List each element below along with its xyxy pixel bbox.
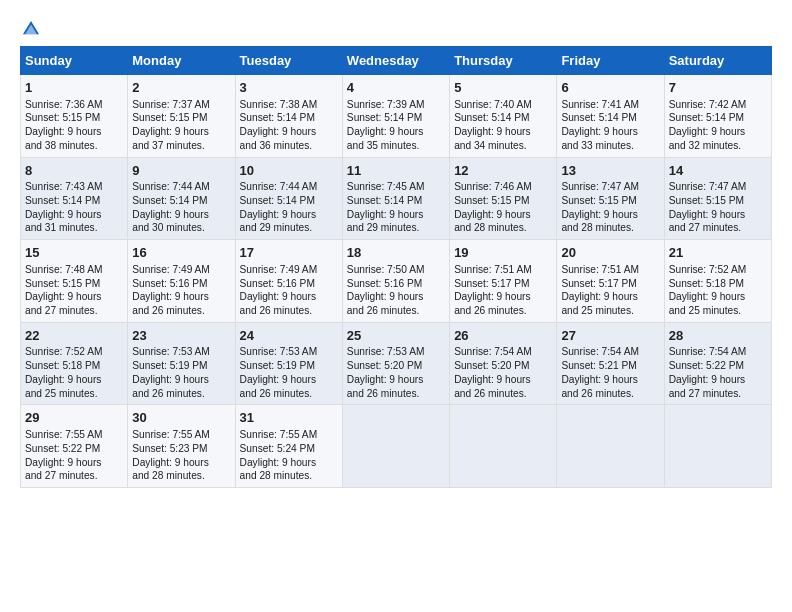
calendar-cell — [557, 405, 664, 488]
day-info-line: and 28 minutes. — [454, 221, 552, 235]
day-info-line: Sunrise: 7:52 AM — [25, 345, 123, 359]
day-info-line: Sunset: 5:18 PM — [669, 277, 767, 291]
day-number: 6 — [561, 79, 659, 97]
calendar-cell: 19Sunrise: 7:51 AMSunset: 5:17 PMDayligh… — [450, 240, 557, 323]
day-info-line: Daylight: 9 hours — [561, 290, 659, 304]
day-info-line: and 26 minutes. — [132, 387, 230, 401]
calendar-cell — [664, 405, 771, 488]
calendar-cell: 12Sunrise: 7:46 AMSunset: 5:15 PMDayligh… — [450, 157, 557, 240]
day-header-saturday: Saturday — [664, 47, 771, 75]
day-number: 9 — [132, 162, 230, 180]
day-info-line: Sunset: 5:14 PM — [25, 194, 123, 208]
day-info-line: Sunset: 5:18 PM — [25, 359, 123, 373]
calendar-cell — [450, 405, 557, 488]
calendar-cell: 24Sunrise: 7:53 AMSunset: 5:19 PMDayligh… — [235, 322, 342, 405]
day-info-line: Sunset: 5:19 PM — [240, 359, 338, 373]
day-info-line: Daylight: 9 hours — [454, 373, 552, 387]
day-number: 11 — [347, 162, 445, 180]
day-info-line: Daylight: 9 hours — [240, 456, 338, 470]
day-info-line: Daylight: 9 hours — [669, 290, 767, 304]
day-info-line: Sunrise: 7:45 AM — [347, 180, 445, 194]
day-info-line: Sunset: 5:14 PM — [240, 111, 338, 125]
day-info-line: Sunrise: 7:53 AM — [240, 345, 338, 359]
day-info-line: Daylight: 9 hours — [132, 208, 230, 222]
day-info-line: Sunset: 5:21 PM — [561, 359, 659, 373]
day-info-line: and 25 minutes. — [561, 304, 659, 318]
day-info-line: Sunset: 5:22 PM — [25, 442, 123, 456]
header — [20, 18, 772, 40]
day-info-line: and 27 minutes. — [25, 304, 123, 318]
day-info-line: Sunrise: 7:37 AM — [132, 98, 230, 112]
day-number: 12 — [454, 162, 552, 180]
page-container: SundayMondayTuesdayWednesdayThursdayFrid… — [0, 0, 792, 498]
day-info-line: Sunrise: 7:52 AM — [669, 263, 767, 277]
day-header-friday: Friday — [557, 47, 664, 75]
day-info-line: Sunrise: 7:54 AM — [669, 345, 767, 359]
day-number: 18 — [347, 244, 445, 262]
day-info-line: and 28 minutes. — [240, 469, 338, 483]
day-info-line: Sunrise: 7:50 AM — [347, 263, 445, 277]
calendar-cell: 17Sunrise: 7:49 AMSunset: 5:16 PMDayligh… — [235, 240, 342, 323]
day-info-line: Sunset: 5:17 PM — [454, 277, 552, 291]
day-info-line: Daylight: 9 hours — [669, 208, 767, 222]
day-number: 1 — [25, 79, 123, 97]
day-info-line: Sunset: 5:16 PM — [132, 277, 230, 291]
calendar-header-row: SundayMondayTuesdayWednesdayThursdayFrid… — [21, 47, 772, 75]
day-number: 3 — [240, 79, 338, 97]
day-number: 15 — [25, 244, 123, 262]
calendar-cell: 21Sunrise: 7:52 AMSunset: 5:18 PMDayligh… — [664, 240, 771, 323]
calendar-cell: 2Sunrise: 7:37 AMSunset: 5:15 PMDaylight… — [128, 75, 235, 158]
day-info-line: Daylight: 9 hours — [561, 125, 659, 139]
calendar-cell: 30Sunrise: 7:55 AMSunset: 5:23 PMDayligh… — [128, 405, 235, 488]
day-info-line: Sunrise: 7:53 AM — [132, 345, 230, 359]
day-number: 29 — [25, 409, 123, 427]
day-info-line: Sunrise: 7:44 AM — [132, 180, 230, 194]
day-info-line: and 25 minutes. — [25, 387, 123, 401]
day-number: 25 — [347, 327, 445, 345]
day-info-line: Sunrise: 7:55 AM — [240, 428, 338, 442]
day-info-line: Sunset: 5:14 PM — [669, 111, 767, 125]
day-info-line: and 26 minutes. — [132, 304, 230, 318]
day-info-line: Sunset: 5:19 PM — [132, 359, 230, 373]
day-info-line: Sunset: 5:20 PM — [347, 359, 445, 373]
day-number: 24 — [240, 327, 338, 345]
day-info-line: Sunrise: 7:46 AM — [454, 180, 552, 194]
day-number: 2 — [132, 79, 230, 97]
day-info-line: Sunset: 5:23 PM — [132, 442, 230, 456]
day-info-line: Daylight: 9 hours — [132, 125, 230, 139]
day-info-line: and 26 minutes. — [454, 304, 552, 318]
day-info-line: and 27 minutes. — [669, 387, 767, 401]
day-info-line: and 27 minutes. — [25, 469, 123, 483]
calendar-cell: 28Sunrise: 7:54 AMSunset: 5:22 PMDayligh… — [664, 322, 771, 405]
day-info-line: Sunrise: 7:47 AM — [561, 180, 659, 194]
calendar-cell: 7Sunrise: 7:42 AMSunset: 5:14 PMDaylight… — [664, 75, 771, 158]
day-info-line: Sunset: 5:15 PM — [132, 111, 230, 125]
day-info-line: Sunset: 5:14 PM — [240, 194, 338, 208]
calendar-week-4: 22Sunrise: 7:52 AMSunset: 5:18 PMDayligh… — [21, 322, 772, 405]
calendar-cell: 11Sunrise: 7:45 AMSunset: 5:14 PMDayligh… — [342, 157, 449, 240]
day-info-line: Sunrise: 7:36 AM — [25, 98, 123, 112]
calendar-week-5: 29Sunrise: 7:55 AMSunset: 5:22 PMDayligh… — [21, 405, 772, 488]
day-info-line: Sunrise: 7:55 AM — [132, 428, 230, 442]
day-info-line: and 26 minutes. — [240, 304, 338, 318]
day-info-line: and 26 minutes. — [240, 387, 338, 401]
calendar-cell: 22Sunrise: 7:52 AMSunset: 5:18 PMDayligh… — [21, 322, 128, 405]
day-info-line: Sunset: 5:22 PM — [669, 359, 767, 373]
day-info-line: and 26 minutes. — [561, 387, 659, 401]
day-info-line: and 30 minutes. — [132, 221, 230, 235]
calendar-cell: 23Sunrise: 7:53 AMSunset: 5:19 PMDayligh… — [128, 322, 235, 405]
calendar-cell: 3Sunrise: 7:38 AMSunset: 5:14 PMDaylight… — [235, 75, 342, 158]
day-info-line: Sunrise: 7:41 AM — [561, 98, 659, 112]
day-info-line: and 25 minutes. — [669, 304, 767, 318]
day-info-line: Daylight: 9 hours — [561, 208, 659, 222]
calendar-cell: 14Sunrise: 7:47 AMSunset: 5:15 PMDayligh… — [664, 157, 771, 240]
day-number: 14 — [669, 162, 767, 180]
day-info-line: Sunset: 5:15 PM — [454, 194, 552, 208]
day-number: 30 — [132, 409, 230, 427]
calendar-cell: 26Sunrise: 7:54 AMSunset: 5:20 PMDayligh… — [450, 322, 557, 405]
day-number: 10 — [240, 162, 338, 180]
calendar-cell: 20Sunrise: 7:51 AMSunset: 5:17 PMDayligh… — [557, 240, 664, 323]
day-info-line: Sunset: 5:14 PM — [132, 194, 230, 208]
calendar-cell: 5Sunrise: 7:40 AMSunset: 5:14 PMDaylight… — [450, 75, 557, 158]
calendar-cell: 16Sunrise: 7:49 AMSunset: 5:16 PMDayligh… — [128, 240, 235, 323]
